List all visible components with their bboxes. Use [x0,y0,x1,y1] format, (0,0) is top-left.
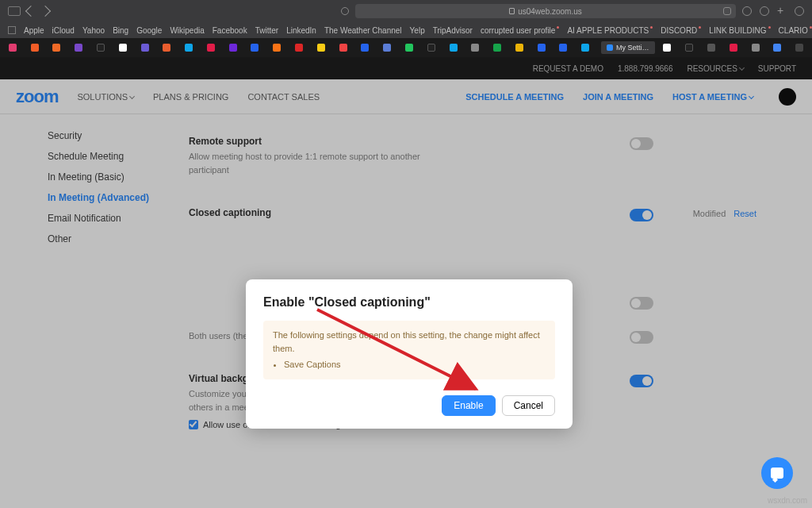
browser-tab[interactable] [113,41,132,54]
browser-tab[interactable] [267,41,286,54]
browser-tab[interactable] [400,41,419,54]
browser-tab[interactable] [790,41,809,54]
bookmark-item[interactable]: Bing [113,26,128,35]
back-button[interactable] [25,6,36,17]
browser-tab[interactable] [746,41,765,54]
bookmark-item[interactable]: iCloud [52,26,75,35]
browser-tab[interactable] [25,41,44,54]
browser-tab[interactable] [488,41,507,54]
toolbar-right: + [742,6,804,16]
enable-modal: Enable "Closed captioning" The following… [246,279,573,429]
browser-tab[interactable] [201,41,220,54]
modal-dependency: Save Captions [284,358,546,371]
page-body: REQUEST A DEMO 1.888.799.9666 RESOURCES … [0,57,812,508]
browser-toolbar: us04web.zoom.us + [0,0,812,22]
reload-icon[interactable] [723,7,731,15]
browser-tab[interactable] [312,41,331,54]
modal-warning-text: The following settings depend on this se… [273,330,540,353]
bookmark-item[interactable]: The Weather Channel [324,26,402,35]
browser-tab[interactable] [377,41,396,54]
browser-tab[interactable] [554,41,573,54]
bookmark-item[interactable]: LINK BUILDING [709,26,770,35]
browser-tab[interactable] [179,41,198,54]
browser-tab[interactable] [356,41,375,54]
browser-tab[interactable] [224,41,243,54]
bookmarks-bar: Apple iCloud Yahoo Bing Google Wikipedia… [0,22,812,38]
browser-tab[interactable] [136,41,155,54]
cancel-button[interactable]: Cancel [502,395,555,416]
modal-warning: The following settings depend on this se… [263,321,555,379]
browser-tab[interactable] [3,41,22,54]
browser-tab[interactable] [465,41,485,54]
browser-tab[interactable] [576,41,595,54]
bookmark-item[interactable]: corrupted user profile [481,26,560,35]
bookmarks-menu-icon[interactable] [8,26,16,34]
browser-tab[interactable] [334,41,353,54]
browser-tab[interactable] [532,41,551,54]
browser-tab[interactable] [724,41,743,54]
bookmark-item[interactable]: AI APPLE PRODUCTS [567,26,653,35]
bookmark-item[interactable]: Apple [24,26,44,35]
tab-strip: My Setti… [0,38,812,57]
modal-title: Enable "Closed captioning" [263,295,555,310]
browser-tab[interactable] [658,41,677,54]
sidebar-toggle-icon[interactable] [8,6,21,16]
browser-tab[interactable] [702,41,721,54]
browser-tab[interactable] [768,41,787,54]
browser-tab[interactable] [289,41,308,54]
bookmark-item[interactable]: Facebook [213,26,247,35]
lock-icon [509,8,515,14]
watermark: wsxdn.com [768,496,807,505]
bookmark-item[interactable]: Yelp [410,26,425,35]
browser-tab[interactable] [69,41,88,54]
browser-tab[interactable] [91,41,110,54]
download-icon[interactable] [742,6,752,16]
chat-fab[interactable] [761,457,793,489]
url-text: us04web.zoom.us [518,7,582,16]
bookmark-item[interactable]: Twitter [255,26,278,35]
browser-tab[interactable] [680,41,699,54]
bookmark-item[interactable]: DISCORD [661,26,701,35]
browser-tab[interactable] [444,41,463,54]
reader-icon[interactable] [341,7,349,15]
browser-tab[interactable] [510,41,529,54]
bookmark-item[interactable]: LinkedIn [286,26,316,35]
bookmark-item[interactable]: Google [136,26,162,35]
browser-tab[interactable] [48,41,67,54]
bookmark-item[interactable]: TripAdvisor [433,26,473,35]
enable-button[interactable]: Enable [442,395,495,416]
bookmark-item[interactable]: Wikipedia [170,26,204,35]
bookmark-item[interactable]: CLARIO [779,26,812,35]
bookmark-item[interactable]: Yahoo [82,26,105,35]
browser-tab[interactable] [246,41,265,54]
browser-tab-active[interactable]: My Setti… [601,41,654,54]
address-bar[interactable]: us04web.zoom.us [355,4,736,18]
chat-icon [771,468,783,479]
browser-tab[interactable] [157,41,176,54]
browser-tab[interactable] [422,41,441,54]
share-icon[interactable] [760,6,769,16]
forward-button[interactable] [40,6,51,17]
tabs-icon[interactable] [795,6,804,16]
